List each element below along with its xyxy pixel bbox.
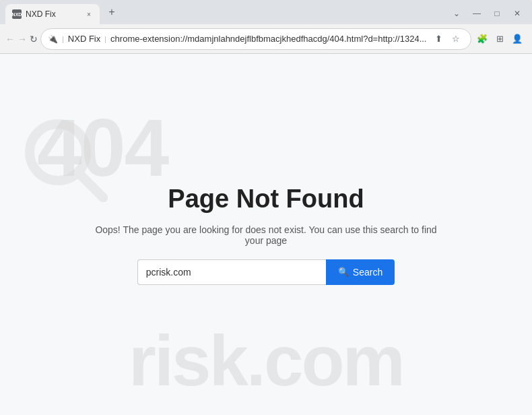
layout-button[interactable]: ⊞ (492, 31, 508, 47)
address-divider: | (62, 35, 64, 43)
forward-button[interactable]: → (18, 30, 27, 49)
address-site-label: NXD Fix (68, 34, 100, 44)
main-content: Page Not Found Oops! The page you are lo… (0, 185, 532, 285)
navigation-bar: ← → ↻ 🔌 | NXD Fix | chrome-extension://m… (0, 24, 532, 54)
page-content: 404 risk.com Page Not Found Oops! The pa… (0, 54, 532, 415)
minimize-button[interactable]: — (467, 5, 486, 22)
extensions-button[interactable]: 🧩 (474, 31, 490, 47)
search-button-icon: 🔍 (338, 267, 349, 277)
search-button[interactable]: 🔍 Search (326, 259, 395, 285)
bookmark-button[interactable]: ☆ (448, 31, 464, 47)
menu-button[interactable]: ⋮ (527, 31, 532, 47)
tab-favicon: NXD (12, 9, 22, 19)
address-url: chrome-extension://mdamjnlahndejflbfbmac… (110, 34, 426, 44)
svg-point-0 (30, 124, 86, 181)
search-form: 🔍 Search (137, 259, 395, 285)
chevron-down-button[interactable]: ⌄ (447, 5, 466, 22)
page-description: Oops! The page you are looking for does … (91, 224, 441, 246)
address-bar-actions: ⬆ ☆ (430, 31, 464, 47)
browser-window: NXD NXD Fix × + ⌄ — □ ✕ ← → ↻ 🔌 | NXD Fi… (0, 0, 532, 415)
profile-button[interactable]: 👤 (509, 31, 525, 47)
share-button[interactable]: ⬆ (430, 31, 446, 47)
close-button[interactable]: ✕ (508, 5, 527, 22)
page-title: Page Not Found (168, 185, 364, 214)
search-input[interactable] (137, 259, 326, 285)
address-bar[interactable]: 🔌 | NXD Fix | chrome-extension://mdamjnl… (40, 28, 471, 50)
refresh-button[interactable]: ↻ (30, 30, 38, 49)
new-tab-button[interactable]: + (102, 3, 121, 22)
extension-address-icon: 🔌 (48, 34, 58, 44)
search-button-label: Search (353, 267, 383, 278)
title-bar: NXD NXD Fix × + ⌄ — □ ✕ (0, 0, 532, 24)
back-button[interactable]: ← (5, 30, 15, 49)
address-divider2: | (104, 35, 106, 43)
nav-right-controls: 🧩 ⊞ 👤 ⋮ (474, 31, 532, 47)
watermark-bottom-text: risk.com (0, 321, 532, 402)
watermark-404-text: 404 (37, 101, 168, 194)
tab-close-button[interactable]: × (84, 9, 94, 20)
tab-label: NXD Fix (26, 9, 79, 19)
maximize-button[interactable]: □ (488, 5, 506, 22)
browser-tab[interactable]: NXD NXD Fix × (5, 4, 100, 24)
window-controls: ⌄ — □ ✕ (447, 5, 532, 24)
